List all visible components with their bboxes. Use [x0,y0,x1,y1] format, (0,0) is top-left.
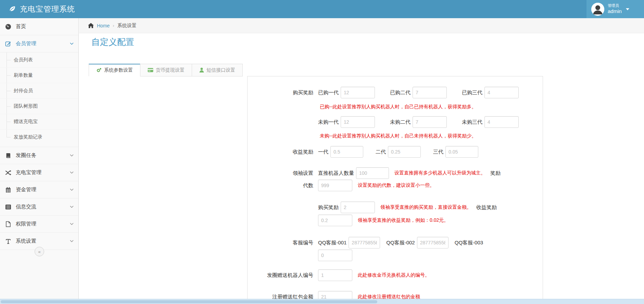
robot-id-input[interactable] [318,269,352,281]
user-menu[interactable]: 管理员 admin [586,0,644,18]
sidebar-subitem-member-list[interactable]: 会员列表 [0,52,78,68]
tab-label: 货币提现设置 [156,67,185,73]
tab-label: 系统参数设置 [104,67,133,73]
hint-generations: 设置奖励的代数，建议设置小一些。 [358,182,434,189]
page-title: 自定义配置 [91,36,134,48]
subitem-label: 封停会员 [14,88,33,94]
scrollbar-thumb[interactable] [1,300,377,303]
sidebar-subitem-gift-powerbank[interactable]: 赠送充电宝 [0,114,78,130]
hint-leader-buy: 领袖享受直推的购买奖励，直接设置金额。 [380,204,471,210]
subitem-label: 团队树形图 [14,103,38,109]
qq3-input[interactable] [318,250,352,261]
owned-gen1-input[interactable] [341,87,375,98]
horizontal-scrollbar[interactable] [0,299,644,304]
tab-withdraw-settings[interactable]: 货币提现设置 [140,64,192,76]
leader-generations-input[interactable] [318,180,352,191]
book-icon [5,153,12,159]
form-row-buy-reward-owned: 购买奖励 已购一代 已购二代 已购三代 [248,86,539,99]
hint-robot-count: 设置直推拥有多少机器人可以升级为城主。 [394,170,485,176]
sidebar-item-label: 充电宝管理 [16,169,41,176]
sidebar-item-moments-tasks[interactable]: 发圈任务 [0,147,78,164]
hint-owned: 已购--此处设置推荐别人购买机器人时，自己已持有机器人，获得奖励多。 [320,104,476,110]
sidebar-collapse-button[interactable]: « [35,247,44,256]
field-label: 未购二代 [390,119,411,125]
field-label: 直推机器人数量 [318,170,354,177]
notowned-gen1-input[interactable] [341,116,375,128]
dashboard-icon [5,24,12,30]
suffix-text: 奖励 [490,170,501,177]
form-row-income-reward: 收益奖励 一代 二代 三代 [248,146,539,158]
field-label: 已购二代 [390,89,411,96]
form-row-robot-id: 发圈赠送机器人编号 此处修改金币兑换机器人的编号。 [248,269,539,281]
field-label: 已购三代 [462,89,482,96]
sidebar-subitem-team-tree[interactable]: 团队树形图 [0,99,78,114]
sidebar-subitem-reward-records[interactable]: 发放奖励记录 [0,130,78,145]
sidebar: 首页 会员管理 会员列表 刷单数量 封停会员 团队树形图 赠送充电宝 发放奖励记… [0,18,79,304]
caret-down-icon [626,8,629,10]
app-title: 充电宝管理系统 [20,4,75,14]
group-label: 客服编号 [248,240,318,246]
sidebar-item-label: 资金管理 [16,186,36,193]
income-gen3-input[interactable] [445,146,478,158]
sidebar-item-message-exchange[interactable]: 信息交流 [0,198,78,216]
sidebar-item-label: 信息交流 [16,204,36,210]
field-label: 已购一代 [318,89,339,96]
leader-robot-count-input[interactable] [356,167,389,179]
income-gen1-input[interactable] [330,146,363,158]
sidebar-item-powerbank-management[interactable]: 充电宝管理 [0,164,78,181]
text-icon [5,238,12,244]
file-icon [5,221,12,227]
owned-gen2-input[interactable] [413,87,447,98]
breadcrumb-separator: › [113,23,114,28]
leader-buy-reward-input[interactable] [341,202,375,213]
calendar-icon [5,187,12,193]
sidebar-subitem-banned-members[interactable]: 封停会员 [0,83,78,99]
sidebar-item-funds-management[interactable]: 资金管理 [0,181,78,198]
tab-label: 短信接口设置 [206,67,235,73]
tab-bar: 系统参数设置 货币提现设置 短信接口设置 [89,64,243,76]
settings-form-panel: 购买奖励 已购一代 已购二代 已购三代 已购--此处设置推荐别人购买机器人时，自… [247,76,543,304]
subitem-label: 会员列表 [14,57,33,63]
breadcrumb: Home › 系统设置 [79,18,644,33]
subitem-label: 赠送充电宝 [14,119,38,125]
list-icon [5,204,12,210]
field-label: 二代 [376,149,386,155]
income-gen2-input[interactable] [388,146,421,158]
tab-system-params[interactable]: 系统参数设置 [89,64,140,76]
form-row-service-qq: 客服编号 QQ客服-001 QQ客服-002 QQ客服-003 [248,236,539,249]
field-label: 一代 [318,149,328,155]
hint-leader-income: 领袖享受直推的收益奖励，例如：0.02元。 [358,217,449,223]
qq2-input[interactable] [417,237,449,248]
chevron-down-icon [70,171,74,174]
notowned-gen2-input[interactable] [413,116,447,128]
form-row-leader-generations: 代数 设置奖励的代数，建议设置小一些。 [248,179,539,192]
gears-icon [96,68,102,73]
leader-income-reward-input[interactable] [318,215,352,226]
app-brand[interactable]: 充电宝管理系统 [8,0,75,18]
form-row-leader-income-reward: 领袖享受直推的收益奖励，例如：0.02元。 [248,214,539,227]
breadcrumb-home-link[interactable]: Home [97,23,110,28]
field-label: QQ客服-002 [386,240,415,246]
qq1-input[interactable] [349,237,380,248]
sidebar-item-home[interactable]: 首页 [0,18,78,35]
leaf-icon [8,5,16,13]
group-label: 购买奖励 [248,89,318,96]
field-label: 购买奖励 [318,204,339,211]
hint-robot-id: 此处修改金币兑换机器人的编号。 [358,272,430,278]
owned-gen3-input[interactable] [484,87,519,98]
subitem-label: 刷单数量 [14,72,33,78]
sidebar-item-label: 发圈任务 [16,152,36,159]
notowned-gen3-input[interactable] [484,116,519,128]
group-label: 收益奖励 [248,149,318,155]
form-row-leader-buy-reward: 购买奖励 领袖享受直推的购买奖励，直接设置金额。 收益奖励 [248,201,539,214]
sidebar-item-member-management[interactable]: 会员管理 [0,35,78,52]
user-name: admin [608,8,622,15]
field-label: 发圈赠送机器人编号 [248,272,318,279]
breadcrumb-current: 系统设置 [117,23,137,29]
sidebar-item-permission-management[interactable]: 权限管理 [0,216,78,233]
tab-sms-settings[interactable]: 短信接口设置 [192,64,243,76]
form-row-leader-robot-count: 领袖设置 直推机器人数量 设置直推拥有多少机器人可以升级为城主。 奖励 [248,167,539,179]
field-label: 未购一代 [318,119,339,125]
sidebar-subitem-order-quantity[interactable]: 刷单数量 [0,68,78,83]
chevron-down-icon [70,189,74,191]
